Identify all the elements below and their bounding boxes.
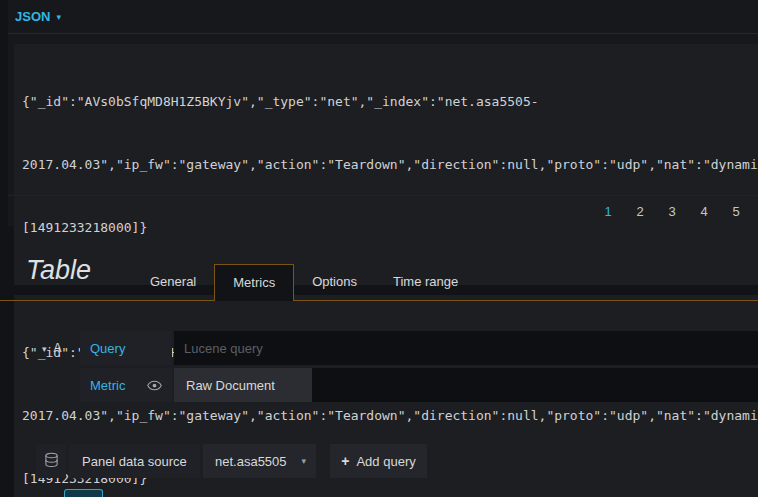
plus-icon: + bbox=[341, 453, 349, 469]
query-input-wrap bbox=[174, 331, 758, 365]
datasource-label: Panel data source bbox=[69, 444, 200, 478]
datasource-icon-button[interactable] bbox=[36, 444, 66, 478]
tab-time-range[interactable]: Time range bbox=[375, 264, 476, 300]
metric-row: Metric Raw Document bbox=[36, 368, 758, 402]
add-query-button[interactable]: + Add query bbox=[330, 444, 427, 478]
lucene-query-input[interactable] bbox=[174, 331, 758, 365]
query-label: Query bbox=[90, 341, 125, 356]
query-collapse-toggle[interactable]: ▾A bbox=[42, 331, 62, 366]
metric-label-cell: Metric bbox=[80, 368, 172, 402]
editor-tabs: General Metrics Options Time range bbox=[0, 264, 758, 301]
json-view-toggle[interactable]: JSON ▾ bbox=[8, 0, 758, 34]
json-line: 2017.04.03","ip_fw":"gateway","action":"… bbox=[22, 405, 758, 426]
metric-row-strip: Raw Document bbox=[174, 368, 758, 402]
tab-metrics[interactable]: Metrics bbox=[214, 264, 294, 301]
query-label-cell: Query bbox=[80, 331, 172, 365]
caret-down-icon: ▾ bbox=[56, 12, 61, 22]
datasource-dropdown[interactable]: net.asa5505 ▾ bbox=[203, 444, 316, 478]
json-panel: JSON ▾ {"_id":"AVs0bSfqMD8H1Z5BKYjv","_t… bbox=[8, 0, 758, 226]
page-button-3[interactable]: 3 bbox=[656, 204, 688, 219]
page-button-5[interactable]: 5 bbox=[720, 204, 752, 219]
json-line: 2017.04.03","ip_fw":"gateway","action":"… bbox=[22, 154, 758, 175]
json-view-label: JSON bbox=[15, 9, 50, 24]
page-button-2[interactable]: 2 bbox=[624, 204, 656, 219]
caret-down-icon: ▾ bbox=[42, 344, 47, 354]
caret-down-icon: ▾ bbox=[301, 456, 306, 466]
metric-label: Metric bbox=[90, 378, 125, 393]
clipped-element bbox=[64, 489, 103, 497]
metric-value-select[interactable]: Raw Document bbox=[174, 368, 312, 402]
json-line: {"_id":"AVs0bSfqMD8H1Z5BKYjv","_type":"n… bbox=[22, 91, 758, 112]
database-icon bbox=[44, 452, 59, 471]
eye-icon[interactable] bbox=[147, 378, 162, 393]
json-document: {"_id":"AVs0bSfqMD8H1Z5BKYjv","_type":"n… bbox=[14, 44, 758, 285]
datasource-value: net.asa5505 bbox=[215, 454, 287, 469]
tab-general[interactable]: General bbox=[132, 264, 214, 300]
page-button-4[interactable]: 4 bbox=[688, 204, 720, 219]
query-letter: A bbox=[54, 341, 62, 355]
tab-options[interactable]: Options bbox=[294, 264, 375, 300]
query-footer: Panel data source net.asa5505 ▾ + Add qu… bbox=[36, 444, 758, 478]
page-button-1[interactable]: 1 bbox=[592, 204, 624, 219]
pagination: 1 2 3 4 5 bbox=[8, 195, 758, 226]
query-row-a: ▾A Query bbox=[36, 331, 758, 365]
add-query-label: Add query bbox=[356, 454, 415, 469]
